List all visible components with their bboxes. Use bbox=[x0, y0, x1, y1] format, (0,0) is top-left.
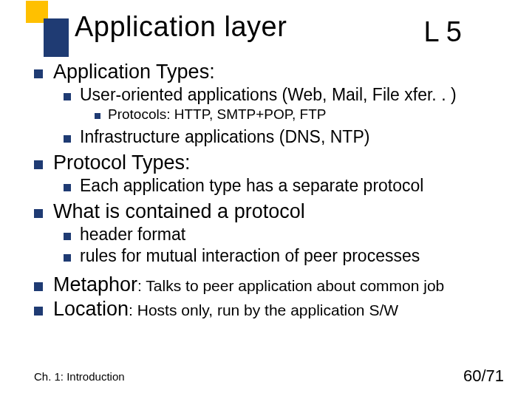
bullet-rules: rules for mutual interaction of peer pro… bbox=[64, 246, 502, 266]
bullet-text: Infrastructure applications (DNS, NTP) bbox=[80, 127, 369, 147]
bullet-icon bbox=[64, 93, 71, 100]
bullet-icon bbox=[64, 254, 71, 262]
bullet-text: Protocol Types: bbox=[53, 151, 191, 174]
bullet-icon bbox=[34, 69, 43, 78]
bullet-protocols: Protocols: HTTP, SMTP+POP, FTP bbox=[95, 106, 502, 123]
metaphor-label: Metaphor bbox=[53, 273, 137, 296]
bullet-icon bbox=[34, 282, 43, 291]
bullet-icon bbox=[64, 135, 71, 143]
bullet-icon bbox=[34, 307, 43, 316]
bullet-text: Application Types: bbox=[53, 61, 215, 83]
bullet-text: Protocols: HTTP, SMTP+POP, FTP bbox=[108, 106, 326, 123]
bullet-proto-types: Protocol Types: bbox=[34, 151, 502, 174]
bullet-each-app: Each application type has a separate pro… bbox=[64, 176, 502, 196]
bullet-text: Metaphor: Talks to peer application abou… bbox=[53, 273, 444, 296]
bullet-app-types: Application Types: bbox=[34, 61, 502, 83]
bullet-icon bbox=[95, 113, 100, 119]
bullet-text: rules for mutual interaction of peer pro… bbox=[80, 246, 420, 266]
footer-chapter: Ch. 1: Introduction bbox=[34, 370, 125, 383]
bullet-header: header format bbox=[64, 225, 502, 245]
page-title: Application layer bbox=[75, 11, 287, 43]
bullet-text: User-oriented applications (Web, Mail, F… bbox=[80, 85, 457, 105]
location-label: Location bbox=[53, 298, 129, 320]
bullet-text: Each application type has a separate pro… bbox=[80, 176, 423, 196]
square-blue-icon bbox=[44, 18, 69, 57]
bullet-icon bbox=[34, 209, 43, 218]
bullet-text: What is contained a protocol bbox=[53, 200, 305, 223]
location-text: : Hosts only, run by the application S/W bbox=[129, 301, 398, 318]
bullet-location: Location: Hosts only, run by the applica… bbox=[34, 298, 502, 321]
bullet-text: Location: Hosts only, run by the applica… bbox=[53, 298, 398, 321]
bullet-contained: What is contained a protocol bbox=[34, 200, 502, 223]
bullet-infra: Infrastructure applications (DNS, NTP) bbox=[64, 127, 502, 147]
bullet-icon bbox=[64, 184, 71, 191]
metaphor-text: : Talks to peer application about common… bbox=[137, 277, 444, 294]
title-decoration bbox=[33, 14, 69, 55]
bullet-text: header format bbox=[80, 225, 185, 245]
bullet-user-apps: User-oriented applications (Web, Mail, F… bbox=[64, 85, 502, 105]
title-right-label: L 5 bbox=[424, 16, 462, 48]
title-block: Application layer bbox=[33, 11, 287, 55]
bullet-icon bbox=[64, 233, 71, 240]
bullet-icon bbox=[34, 160, 43, 169]
slide-content: Application Types: User-oriented applica… bbox=[34, 61, 502, 322]
footer-page-number: 60/71 bbox=[463, 366, 504, 386]
bullet-metaphor: Metaphor: Talks to peer application abou… bbox=[34, 273, 502, 296]
